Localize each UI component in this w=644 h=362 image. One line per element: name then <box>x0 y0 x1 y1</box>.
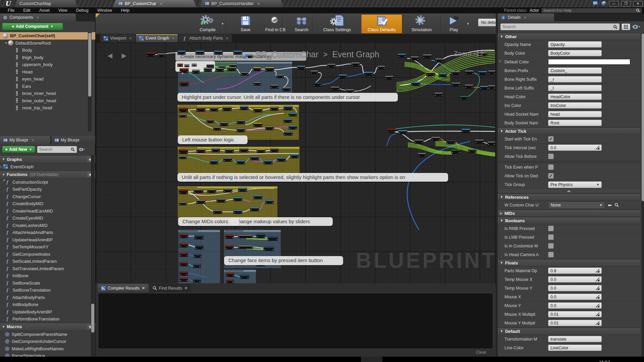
checkbox[interactable] <box>548 243 554 249</box>
toolbar-compile-button[interactable]: ✓Compile <box>196 14 219 34</box>
functions-item-CreateEyesMID[interactable]: fCreateEyesMID <box>0 215 95 222</box>
clear-button[interactable]: Clear <box>476 350 486 355</box>
graph-node[interactable] <box>225 245 233 249</box>
graph-node[interactable] <box>411 56 419 60</box>
graph-node[interactable] <box>446 140 455 144</box>
graph-node[interactable] <box>265 200 273 204</box>
numeric-input[interactable]: 0.0 <box>548 294 602 300</box>
section-graphs[interactable]: ▼Graphs+ <box>0 155 95 163</box>
graph-node[interactable] <box>254 108 262 112</box>
graph-node[interactable] <box>290 154 299 158</box>
graph-node[interactable] <box>240 275 249 279</box>
graph-node[interactable] <box>270 107 278 111</box>
graph-node[interactable] <box>250 156 259 160</box>
close-button[interactable]: ✕ <box>633 1 643 6</box>
property-value-input[interactable]: Custom_ <box>548 67 602 74</box>
graph-node[interactable] <box>289 113 297 116</box>
graph-node[interactable] <box>435 58 443 62</box>
help-search-input[interactable]: Search For Help <box>541 8 642 13</box>
graph-node[interactable] <box>237 128 245 132</box>
close-icon[interactable]: ✕ <box>160 2 163 6</box>
tab-components[interactable]: Components ✕ <box>0 13 76 21</box>
toolbar-play-button[interactable]: Play <box>443 14 465 34</box>
output-tab-find-results[interactable]: Find Results✕ <box>149 284 191 292</box>
graph-node[interactable] <box>460 96 468 100</box>
property-matrix-icon[interactable] <box>622 23 630 30</box>
graph-node[interactable] <box>240 106 248 110</box>
graph-node[interactable] <box>465 70 474 74</box>
graph-node[interactable] <box>179 156 186 159</box>
comment-bubble[interactable]: Change makeup values by sliders <box>230 217 333 226</box>
graph-node[interactable] <box>179 149 188 154</box>
graph-node[interactable] <box>488 70 495 74</box>
graph-node[interactable] <box>270 148 278 152</box>
graph-node[interactable] <box>197 200 205 204</box>
graph-node[interactable] <box>227 67 236 71</box>
output-tab-compiler-results[interactable]: Compiler Results✕ <box>98 284 149 292</box>
add-new-button[interactable]: +Add New▼ <box>2 146 35 153</box>
doc-tab-event-graph[interactable]: Event Graph✕ <box>136 34 178 42</box>
graph-node[interactable] <box>478 71 487 75</box>
tab-my-blueprint[interactable]: My Bluepr ✕ <box>0 136 50 144</box>
details-section-floats[interactable]: ▼Floats <box>498 259 640 266</box>
graph-node[interactable] <box>451 82 460 86</box>
details-section-actor-tick[interactable]: ▼Actor Tick <box>498 127 640 135</box>
graph-node[interactable] <box>214 51 223 55</box>
restore-button[interactable]: ❐ <box>621 1 631 6</box>
functions-item-UpdateHeadAnimBP[interactable]: fUpdateHeadAnimBP <box>0 236 95 244</box>
graph-node[interactable] <box>435 93 443 97</box>
graph-node[interactable] <box>423 54 432 58</box>
graph-node[interactable] <box>216 68 224 72</box>
functions-item-InitBodyBone[interactable]: fInitBodyBone <box>0 301 95 308</box>
toolbar-class-settings-button[interactable]: Class Settings <box>317 14 357 34</box>
color-swatch[interactable] <box>548 59 630 65</box>
graph-node[interactable] <box>239 148 248 152</box>
graph-node[interactable] <box>180 253 188 257</box>
marketplace-icon[interactable] <box>601 1 606 7</box>
graph-node[interactable] <box>475 139 484 143</box>
functions-item-SetBoneScale[interactable]: fSetBoneScale <box>0 280 95 287</box>
details-section-mids[interactable]: ▷MIDs <box>498 209 640 217</box>
graph-node[interactable] <box>387 129 395 133</box>
graph-node[interactable] <box>223 107 231 111</box>
close-icon[interactable]: ✕ <box>524 16 526 19</box>
checkbox[interactable]: ✓ <box>548 136 554 142</box>
graph-node[interactable] <box>237 120 245 124</box>
property-value-input[interactable]: BodyColor <box>548 50 602 56</box>
property-value-input[interactable]: IrisColor <box>548 102 602 109</box>
graph-node[interactable] <box>179 202 186 205</box>
browse-icon[interactable] <box>614 203 619 207</box>
graph-node[interactable] <box>398 54 406 58</box>
graph-node[interactable] <box>212 148 220 152</box>
graph-node[interactable] <box>194 189 203 193</box>
property-value-input[interactable]: Opacity <box>548 41 602 48</box>
graph-node[interactable] <box>398 130 407 134</box>
functions-item-ChangeCursor[interactable]: fChangeCursor <box>0 193 95 200</box>
details-scrollbar[interactable] <box>642 34 644 201</box>
graph-node[interactable] <box>195 235 203 239</box>
reference-dropdown[interactable]: None▼ <box>548 201 605 209</box>
graph-node[interactable] <box>180 272 188 276</box>
graph-node[interactable] <box>282 87 290 91</box>
breadcrumb-root[interactable]: BP_CustomChar <box>256 50 319 59</box>
graph-node[interactable] <box>331 86 339 90</box>
graph-node[interactable] <box>276 74 284 78</box>
graph-node[interactable] <box>451 149 460 154</box>
advanced-expander[interactable] <box>498 189 640 193</box>
graph-node[interactable] <box>233 197 242 201</box>
functions-item-SetPartOpacity[interactable]: fSetPartOpacity <box>0 186 95 193</box>
graph-node[interactable] <box>270 84 278 88</box>
graph-node[interactable] <box>180 243 188 247</box>
checkbox[interactable] <box>548 154 554 159</box>
graph-node[interactable] <box>418 153 426 157</box>
close-icon[interactable]: ✕ <box>257 2 260 6</box>
graph-node[interactable] <box>195 245 203 249</box>
tab-my-blueprint-2[interactable]: My Bluepr <box>51 136 95 144</box>
graph-node[interactable] <box>254 123 262 127</box>
graph-node[interactable] <box>426 72 435 76</box>
display-filter-eye-icon[interactable] <box>632 24 640 29</box>
menu-window[interactable]: Window <box>93 8 116 13</box>
graph-node[interactable] <box>223 158 232 162</box>
use-selected-icon[interactable]: ⬅ <box>608 202 612 208</box>
section-macros[interactable]: ▼Macros+ <box>0 323 95 331</box>
